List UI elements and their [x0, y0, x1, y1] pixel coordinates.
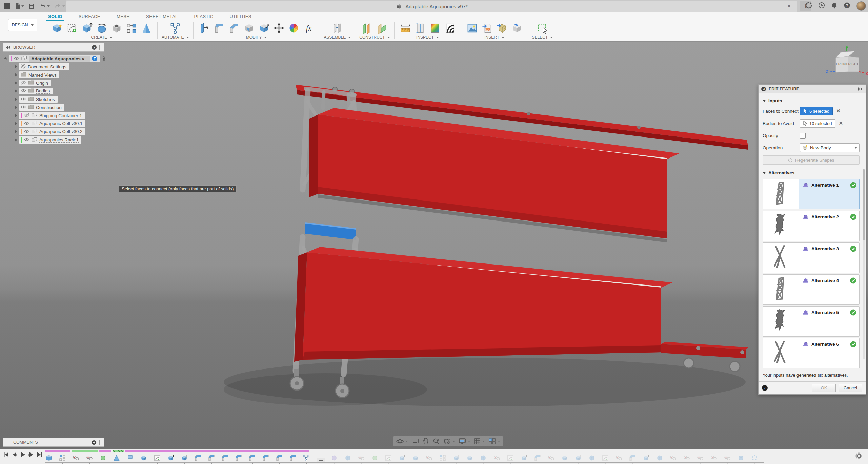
visibility-eye-icon[interactable]	[24, 138, 29, 143]
timeline-feature-fillet-icon[interactable]	[275, 454, 283, 462]
chamfer-icon[interactable]	[227, 21, 241, 35]
timeline-feature-extrude-icon[interactable]	[167, 454, 175, 462]
timeline-feature-joint-icon[interactable]	[493, 454, 501, 462]
play-icon[interactable]	[20, 452, 25, 457]
visibility-eye-icon[interactable]	[21, 105, 26, 110]
comments-header[interactable]: COMMENTS	[3, 438, 104, 447]
browser-item-aquaponic-cell-v30-1[interactable]: Aquaponic Cell v30:1	[3, 120, 104, 128]
timeline-feature-joint-icon[interactable]	[615, 454, 623, 462]
alternative-card-4[interactable]: Alternative 4	[763, 274, 860, 305]
automate-generative-icon[interactable]	[168, 21, 182, 35]
timeline-feature-extrude-icon[interactable]	[574, 454, 582, 462]
expand-arrow-icon[interactable]	[15, 106, 17, 109]
timeline-feature-extrude-icon[interactable]	[642, 454, 650, 462]
browser-item-label[interactable]: Sketches	[36, 97, 55, 102]
pan-icon[interactable]	[421, 437, 430, 445]
shell-icon[interactable]	[242, 21, 256, 35]
alternative-card-1[interactable]: Alternative 1	[763, 179, 860, 209]
create-form-icon[interactable]	[50, 21, 64, 35]
expand-arrow-icon[interactable]	[15, 98, 17, 101]
browser-item-label[interactable]: Shipping Container:1	[39, 113, 82, 118]
insert-svg-icon[interactable]: SVG	[480, 21, 494, 35]
go-to-end-icon[interactable]	[37, 452, 42, 457]
browser-item-label[interactable]: Bodies	[36, 88, 50, 94]
timeline-feature-joint-icon[interactable]	[683, 454, 691, 462]
timeline-feature-joint-icon[interactable]	[425, 454, 433, 462]
timeline-feature-fillet-icon[interactable]	[628, 454, 637, 462]
timeline-feature-extrude-icon[interactable]	[452, 454, 460, 462]
ok-button[interactable]: OK	[812, 384, 836, 392]
regenerate-shapes-button[interactable]: Regenerate Shapes	[763, 155, 860, 165]
visibility-eye-icon[interactable]	[24, 129, 29, 134]
undo-icon[interactable]	[39, 3, 50, 9]
timeline-feature-form-icon[interactable]	[99, 454, 107, 462]
opacity-checkbox[interactable]	[800, 133, 806, 139]
visibility-eye-icon[interactable]	[21, 89, 26, 94]
browser-item-bodies[interactable]: Bodies	[3, 87, 104, 95]
timeline-feature-extrude-icon[interactable]	[561, 454, 569, 462]
timeline-feature-joint-icon[interactable]	[696, 454, 704, 462]
browser-item-label[interactable]: Aquaponic Cell v30:2	[39, 129, 83, 134]
insert-mesh-icon[interactable]	[495, 21, 509, 35]
timeline-feature-plane-icon[interactable]	[126, 454, 134, 462]
insert-derive-icon[interactable]	[510, 21, 524, 35]
cancel-button[interactable]: Cancel	[839, 384, 862, 392]
ribbon-group-label[interactable]: INSPECT	[416, 35, 439, 41]
browser-item-named-views[interactable]: Named Views	[3, 71, 104, 79]
timeline-feature-body-icon[interactable]	[479, 454, 487, 462]
browser-item-label[interactable]: Named Views	[28, 72, 57, 78]
comments-grip[interactable]	[99, 440, 101, 445]
timeline-feature-joint-icon[interactable]	[357, 454, 365, 462]
extrude-icon[interactable]	[80, 21, 94, 35]
ribbon-group-label[interactable]: CREATE	[91, 35, 113, 41]
faces-selection-button[interactable]: 6 selected	[800, 107, 833, 115]
browser-item-label[interactable]: Origin	[36, 81, 48, 86]
select-window-icon[interactable]	[536, 21, 549, 35]
ribbon-group-label[interactable]: ASSEMBLE	[324, 35, 351, 41]
timeline-feature-extrude-icon[interactable]	[398, 454, 406, 462]
timeline-feature-fillet-icon[interactable]	[262, 454, 270, 462]
clear-faces-icon[interactable]: ✕	[836, 108, 841, 114]
browser-item-label[interactable]: Document Settings	[28, 64, 66, 69]
ribbon-tab-utilities[interactable]: UTILITIES	[229, 13, 252, 20]
ribbon-group-label[interactable]: MODIFY	[246, 35, 267, 41]
bodies-selection-button[interactable]: 10 selected	[800, 119, 835, 128]
grid-settings-icon[interactable]	[473, 437, 486, 445]
timeline-feature-sketch-icon[interactable]	[384, 454, 392, 462]
app-grid-icon[interactable]	[4, 3, 10, 9]
visibility-eye-icon[interactable]	[14, 56, 19, 61]
alternative-card-5[interactable]: Alternative 5	[763, 306, 860, 337]
orbit-icon[interactable]	[395, 437, 409, 445]
timeline-feature-revolve-icon[interactable]	[45, 454, 53, 462]
plane-at-angle-icon[interactable]	[375, 21, 389, 35]
visibility-eye-icon[interactable]	[21, 81, 26, 86]
clear-bodies-icon[interactable]: ✕	[839, 120, 843, 126]
ribbon-tab-mesh[interactable]: MESH	[116, 13, 130, 20]
timeline-feature-extrude-icon[interactable]	[466, 454, 474, 462]
browser-item-label[interactable]: Aquaponics Rack:1	[39, 137, 79, 143]
visibility-eye-icon[interactable]	[24, 113, 29, 118]
info-icon[interactable]: i	[762, 385, 768, 391]
save-icon[interactable]	[29, 3, 35, 9]
loft-icon[interactable]	[140, 21, 153, 35]
fit-icon[interactable]	[442, 437, 456, 445]
timeline-feature-joint-icon[interactable]	[723, 454, 731, 462]
alternatives-section-header[interactable]: Alternatives	[763, 170, 860, 175]
timeline-group-bar[interactable]	[99, 450, 111, 452]
browser-item-aquaponics-rack-1[interactable]: Aquaponics Rack:1	[3, 136, 104, 144]
browser-grip[interactable]	[99, 45, 101, 50]
construction-plane-icon[interactable]	[360, 21, 374, 35]
timeline-feature-fillet-icon[interactable]	[194, 454, 202, 462]
timeline-group-bar[interactable]	[125, 450, 309, 452]
go-to-start-icon[interactable]	[3, 452, 9, 457]
browser-item-origin[interactable]: Origin	[3, 79, 104, 87]
timeline-group-bar[interactable]	[113, 450, 124, 452]
timeline-playhead[interactable]	[317, 458, 325, 463]
collapse-panel-icon[interactable]	[6, 46, 11, 49]
timeline-feature-circular-pattern-icon[interactable]	[750, 454, 759, 462]
viewports-icon[interactable]	[487, 437, 501, 445]
hole-icon[interactable]	[110, 21, 123, 35]
revolve-icon[interactable]	[95, 21, 108, 35]
dialog-header[interactable]: ◂ EDIT FEATURE	[759, 85, 866, 93]
expand-arrow-icon[interactable]	[15, 65, 17, 68]
